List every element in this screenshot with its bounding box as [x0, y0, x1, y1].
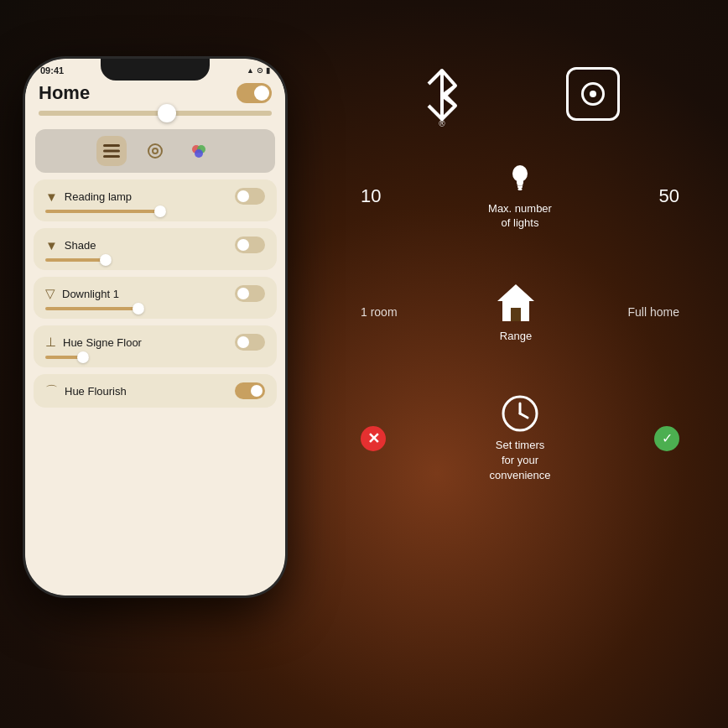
- bridge-icon-block: [566, 67, 620, 128]
- timers-compare-row: ✕ Set timersfor yourconvenience ✓: [335, 386, 705, 492]
- ceiling-icon: ⌒: [45, 383, 58, 399]
- battery-icon: ▮: [266, 66, 270, 75]
- slider-thumb: [77, 351, 89, 363]
- title-row: Home: [39, 82, 272, 104]
- svg-line-10: [429, 106, 442, 119]
- slider-thumb: [100, 254, 112, 266]
- svg-line-9: [429, 70, 442, 84]
- svg-rect-14: [517, 181, 523, 184]
- item-left: ▽ Downlight 1: [45, 286, 119, 301]
- timers-label: Set timersfor yourconvenience: [490, 438, 551, 484]
- list-item: ▽ Downlight 1: [34, 277, 277, 319]
- status-icons: ▲ ⊙ ▮: [247, 66, 270, 75]
- svg-rect-17: [518, 188, 523, 190]
- lights-max: 50: [621, 185, 679, 207]
- tab-settings[interactable]: [140, 136, 170, 166]
- svg-rect-19: [511, 308, 521, 321]
- list-item: ⌒ Hue Flourish: [34, 374, 277, 408]
- top-icons-row: ®: [335, 67, 705, 128]
- bulb-icon: ▼: [45, 190, 58, 204]
- list-item: ▼ Shade: [34, 228, 277, 270]
- light-toggle[interactable]: [235, 188, 265, 205]
- list-item: ▼ Reading lamp: [34, 179, 277, 221]
- bulb-icon: ▼: [45, 238, 58, 252]
- light-name: Hue Signe Floor: [63, 336, 142, 349]
- light-name: Reading lamp: [65, 190, 132, 203]
- home-toggle[interactable]: [237, 83, 272, 103]
- light-name: Hue Flourish: [65, 385, 127, 398]
- light-toggle[interactable]: [235, 382, 265, 399]
- svg-rect-0: [103, 144, 120, 147]
- phone-frame: 09:41 ▲ ⊙ ▮ Home: [25, 59, 285, 595]
- bluetooth-icon-block: ®: [420, 67, 464, 128]
- downlight-icon: ▽: [45, 286, 55, 301]
- app-title: Home: [39, 82, 90, 104]
- range-label: Range: [500, 330, 532, 344]
- lights-center: Max. numberof lights: [470, 162, 570, 231]
- house-icon: [494, 281, 538, 325]
- phone-screen: 09:41 ▲ ⊙ ▮ Home: [25, 59, 285, 595]
- tab-list[interactable]: [96, 136, 127, 166]
- svg-rect-2: [103, 155, 120, 158]
- item-top: ▼ Reading lamp: [45, 188, 265, 205]
- slider-thumb: [154, 205, 166, 217]
- comparison-area: ® 10 Max. numberof lights 50: [335, 67, 705, 654]
- range-center: Range: [465, 281, 566, 344]
- phone-mockup: 09:41 ▲ ⊙ ▮ Home: [25, 59, 310, 663]
- timers-center: Set timersfor yourconvenience: [470, 394, 570, 484]
- status-time: 09:41: [40, 65, 64, 75]
- light-toggle[interactable]: [235, 237, 265, 253]
- bluetooth-icon: [420, 67, 464, 122]
- lights-compare-row: 10 Max. numberof lights 50: [335, 153, 705, 239]
- svg-point-3: [148, 144, 162, 158]
- notch: [101, 59, 210, 81]
- light-slider[interactable]: [45, 210, 166, 213]
- light-toggle[interactable]: [235, 285, 265, 302]
- wifi-icon: ⊙: [257, 66, 263, 75]
- bulb-icon: [510, 162, 530, 195]
- svg-point-13: [512, 165, 528, 182]
- svg-rect-16: [517, 186, 523, 189]
- bridge-icon: [566, 67, 620, 121]
- app-header: Home: [25, 79, 285, 129]
- light-name: Downlight 1: [62, 288, 119, 300]
- light-list: ▼ Reading lamp ▼ Shade: [25, 173, 285, 414]
- item-left: ▼ Reading lamp: [45, 190, 132, 204]
- slider-thumb: [133, 303, 144, 315]
- bridge-inner: [581, 82, 605, 106]
- timers-no-icon: ✕: [361, 426, 386, 451]
- brightness-slider[interactable]: [39, 111, 272, 116]
- svg-line-22: [520, 413, 528, 418]
- lights-label: Max. numberof lights: [488, 202, 552, 231]
- item-left: ⌒ Hue Flourish: [45, 383, 127, 399]
- floor-lamp-icon: ⊥: [45, 335, 56, 350]
- item-top: ⌒ Hue Flourish: [45, 382, 265, 399]
- tab-bar: [35, 129, 275, 173]
- range-compare-row: 1 room Range Full home: [335, 273, 705, 352]
- light-slider[interactable]: [45, 258, 112, 262]
- light-toggle[interactable]: [235, 334, 265, 351]
- light-slider[interactable]: [45, 307, 144, 310]
- clock-icon: [501, 394, 539, 433]
- item-left: ⊥ Hue Signe Floor: [45, 335, 142, 350]
- item-left: ▼ Shade: [45, 238, 96, 252]
- list-item: ⊥ Hue Signe Floor: [34, 325, 277, 367]
- svg-rect-15: [517, 184, 523, 186]
- timers-yes-icon: ✓: [654, 426, 679, 451]
- range-max: Full home: [612, 305, 679, 319]
- item-top: ▽ Downlight 1: [45, 285, 265, 302]
- item-top: ⊥ Hue Signe Floor: [45, 334, 265, 351]
- item-top: ▼ Shade: [45, 237, 265, 253]
- tab-color[interactable]: [184, 136, 214, 166]
- bridge-dot: [590, 91, 596, 97]
- range-min: 1 room: [361, 305, 419, 319]
- signal-icon: ▲: [247, 66, 254, 75]
- light-slider[interactable]: [45, 356, 89, 359]
- bluetooth-superscript: ®: [439, 119, 445, 128]
- lights-min: 10: [361, 185, 419, 207]
- svg-rect-1: [103, 150, 120, 153]
- svg-point-4: [153, 148, 158, 153]
- svg-point-7: [195, 149, 203, 158]
- brightness-wrap: [39, 104, 272, 122]
- brightness-thumb: [158, 104, 176, 122]
